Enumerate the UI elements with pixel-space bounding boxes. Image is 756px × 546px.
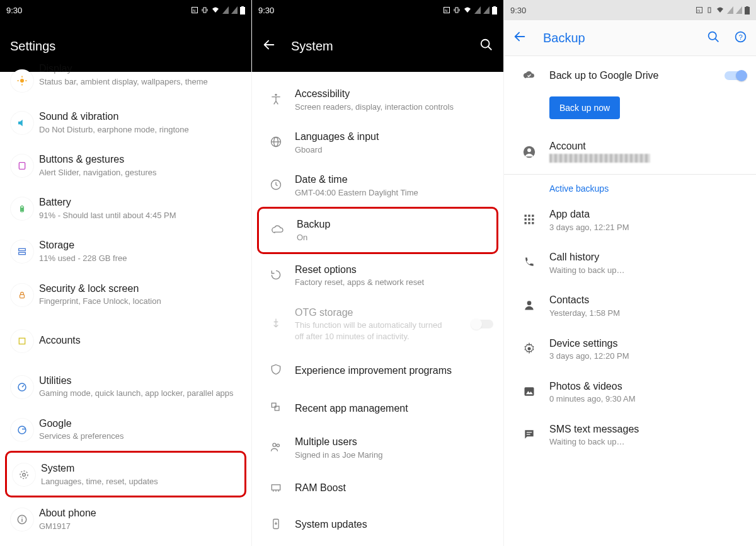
system-item-reset[interactable]: Reset optionsFactory reset, apps & netwo… [252,254,503,297]
settings-item-system[interactable]: SystemLanguages, time, reset, updates [7,453,244,496]
back-button[interactable] [513,30,527,46]
apps-icon [523,213,536,228]
settings-item-display[interactable]: DisplayStatus bar, ambient display, wall… [0,66,251,101]
settings-item-utilities[interactable]: UtilitiesGaming mode, quick launch, app … [0,365,251,408]
backup-item-callhistory[interactable]: Call historyWaiting to back up… [504,241,756,284]
svg-rect-61 [745,7,750,15]
backup-item-appdata[interactable]: App data3 days ago, 12:21 PM [504,199,756,241]
item-subtitle: 3 days ago, 12:20 PM [549,351,746,362]
system-item-multiusers[interactable]: Multiple usersSigned in as Joe Maring [252,426,503,469]
settings-item-battery[interactable]: Battery91% - Should last until about 4:4… [0,187,251,229]
svg-rect-2 [203,8,206,13]
backup-item-photos[interactable]: Photos & videos0 minutes ago, 9:30 AM [504,371,756,414]
item-subtitle: GMT-04:00 Eastern Daylight Time [295,187,493,199]
google-icon [16,424,28,436]
item-title: Storage [39,238,241,252]
system-item-recent-apps[interactable]: Recent app management [252,390,503,426]
backup-account-row[interactable]: Account [504,131,756,174]
system-item-backup[interactable]: BackupOn [259,209,496,252]
svg-rect-19 [19,253,26,255]
settings-item-security[interactable]: Security & lock screenFingerprint, Face … [0,273,251,316]
image-icon [523,385,536,400]
backup-item-device[interactable]: Device settings3 days ago, 12:20 PM [504,328,756,371]
backup-item-contacts[interactable]: ContactsYesterday, 1:58 PM [504,284,756,327]
arrow-back-icon [513,30,527,44]
backup-now-button[interactable]: Back up now [549,96,620,119]
svg-text:N: N [193,9,195,13]
svg-point-63 [709,32,716,39]
system-item-languages[interactable]: Languages & inputGboard [252,121,503,164]
item-title: Display [39,62,241,76]
status-icons: N [443,6,497,15]
gdrive-toggle[interactable] [724,71,746,80]
otg-toggle[interactable] [472,320,493,328]
item-title: Experience improvement programs [295,364,493,378]
svg-point-50 [277,444,279,447]
wifi-icon [463,6,472,14]
sun-icon [16,75,28,86]
system-item-datetime[interactable]: Date & timeGMT-04:00 Eastern Daylight Ti… [252,164,503,207]
item-title: Battery [39,195,241,209]
svg-rect-20 [20,294,25,298]
item-title: Photos & videos [549,380,746,393]
gear-icon [523,342,536,357]
back-button[interactable] [262,38,276,54]
item-title: System [41,462,239,475]
settings-item-google[interactable]: GoogleServices & preferences [0,408,251,451]
item-subtitle: Do Not Disturb, earphone mode, ringtone [39,124,241,136]
search-icon [707,30,720,44]
page-title: System [291,39,333,54]
item-title: RAM Boost [295,481,493,495]
clock-icon [270,178,282,194]
vibrate-icon [706,6,713,14]
item-subtitle: Signed in as Joe Maring [295,450,493,461]
signal2-icon [736,6,742,14]
svg-marker-59 [727,6,733,14]
backup-item-sms[interactable]: SMS text messagesWaiting to back up… [504,414,756,456]
svg-point-30 [21,517,23,518]
backup-gdrive-row[interactable]: Back up to Google Drive [504,56,756,93]
system-item-ramboost[interactable]: RAM Boost [252,470,503,506]
storage-icon [17,247,27,257]
system-item-updates[interactable]: System updates [252,506,503,543]
signal2-icon [483,6,490,14]
item-title: Buttons & gestures [39,153,241,166]
item-title: Account [549,139,746,153]
settings-item-storage[interactable]: Storage11% used - 228 GB free [0,229,251,272]
svg-marker-6 [231,6,238,14]
search-button[interactable] [479,38,493,54]
svg-rect-38 [492,7,497,15]
settings-item-sound[interactable]: Sound & vibrationDo Not Disturb, earphon… [0,101,251,144]
system-item-accessibility[interactable]: AccessibilityScreen readers, display, in… [252,78,503,121]
system-item-experience[interactable]: Experience improvement programs [252,351,503,390]
svg-line-64 [715,38,718,42]
item-title: Back up to Google Drive [549,69,724,83]
status-time: 9:30 [258,6,274,15]
header: System [252,20,503,72]
svg-marker-60 [736,6,742,14]
highlight-system: SystemLanguages, time, reset, updates [5,451,246,497]
item-title: Accounts [39,334,241,347]
svg-point-42 [275,94,277,96]
item-subtitle: Languages, time, reset, updates [41,476,239,487]
active-backups-header: Active backups [504,175,756,199]
item-subtitle: Screen readers, display, interaction con… [295,102,493,113]
recent-apps-icon [270,401,282,416]
help-button[interactable]: ? [734,30,747,46]
settings-item-buttons[interactable]: Buttons & gesturesAlert Slider, navigati… [0,144,251,187]
svg-text:N: N [697,9,700,13]
svg-rect-76 [528,222,530,224]
item-subtitle: GM1917 [39,521,241,532]
phone-icon [523,256,536,271]
system-item-otg[interactable]: OTG storageThis function will be automat… [252,297,503,351]
item-subtitle: Status bar, ambient display, wallpapers,… [39,76,241,88]
status-bar: 9:30 N [0,0,251,20]
usb-icon [270,317,282,332]
svg-point-27 [20,471,28,479]
status-time: 9:30 [510,6,526,15]
item-title: System updates [295,518,493,531]
search-button[interactable] [707,30,720,46]
settings-item-accounts[interactable]: Accounts [0,316,251,365]
svg-rect-72 [525,219,527,221]
settings-item-about[interactable]: About phoneGM1917 [0,497,251,540]
